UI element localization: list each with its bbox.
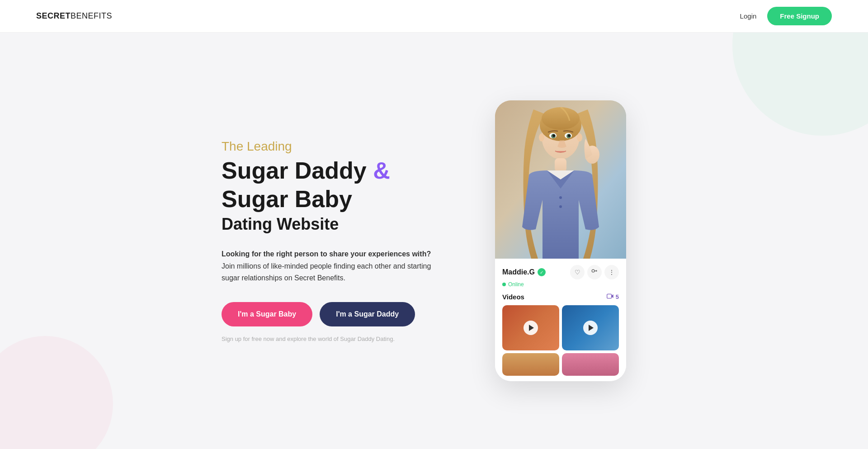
svg-point-3 <box>542 107 580 130</box>
description-normal: Join millions of like-minded people find… <box>222 262 431 282</box>
header: SECRETBENEFITS Login Free Signup <box>0 0 868 33</box>
video-thumb-1[interactable] <box>502 305 559 350</box>
play-triangle-2 <box>589 325 594 331</box>
login-button[interactable]: Login <box>740 12 757 20</box>
headline-line1: Sugar Daddy & <box>222 157 439 184</box>
svg-point-10 <box>552 134 555 137</box>
online-dot <box>502 283 506 286</box>
play-button-2[interactable] <box>583 321 598 335</box>
videos-number: 5 <box>616 293 619 300</box>
phone-mockup: Maddie.G ✓ ♡ ⋮ <box>495 100 626 381</box>
play-button-1[interactable] <box>524 321 538 335</box>
thumb-partial-2[interactable] <box>562 353 619 376</box>
profile-card: Maddie.G ✓ ♡ ⋮ <box>495 259 626 288</box>
tagline: The Leading <box>222 139 439 154</box>
profile-name: Maddie.G <box>502 268 535 276</box>
svg-point-5 <box>539 133 544 142</box>
description: Looking for the right person to share yo… <box>222 248 439 284</box>
videos-header: Videos 5 <box>502 293 619 301</box>
signup-note: Sign up for free now and explore the wor… <box>222 336 439 342</box>
videos-label: Videos <box>502 293 524 301</box>
left-section: The Leading Sugar Daddy & Sugar Baby Dat… <box>222 139 439 343</box>
profile-name-area: Maddie.G ✓ <box>502 268 546 276</box>
header-actions: Login Free Signup <box>740 7 832 25</box>
logo-bold: SECRET <box>36 11 71 20</box>
signup-button[interactable]: Free Signup <box>767 7 832 25</box>
svg-point-16 <box>592 269 594 272</box>
key-button[interactable] <box>587 265 602 279</box>
main-content: The Leading Sugar Daddy & Sugar Baby Dat… <box>0 33 868 449</box>
headline-ampersand: & <box>373 157 390 184</box>
svg-point-4 <box>577 133 582 142</box>
headline-line2: Sugar Baby <box>222 186 439 213</box>
more-button[interactable]: ⋮ <box>604 265 619 279</box>
video-icon <box>607 293 614 300</box>
svg-rect-12 <box>555 158 566 172</box>
profile-header: Maddie.G ✓ ♡ ⋮ <box>502 265 619 279</box>
sugar-daddy-button[interactable]: I'm a Sugar Daddy <box>320 302 415 326</box>
online-status: Online <box>502 281 619 288</box>
cta-buttons: I'm a Sugar Baby I'm a Sugar Daddy <box>222 302 439 326</box>
svg-rect-17 <box>607 294 611 298</box>
videos-count: 5 <box>607 293 619 300</box>
right-section: Maddie.G ✓ ♡ ⋮ <box>475 100 646 381</box>
videos-section: Videos 5 <box>495 293 626 381</box>
thumb-partial-1[interactable] <box>502 353 559 376</box>
headline-sugar-daddy-text: Sugar Daddy <box>222 157 367 184</box>
subheadline: Dating Website <box>222 215 439 234</box>
logo: SECRETBENEFITS <box>36 11 112 21</box>
svg-point-13 <box>559 196 562 199</box>
heart-button[interactable]: ♡ <box>570 265 585 279</box>
svg-point-14 <box>559 205 562 208</box>
svg-point-11 <box>568 134 571 137</box>
sugar-baby-button[interactable]: I'm a Sugar Baby <box>222 302 312 326</box>
online-text: Online <box>508 281 524 288</box>
description-bold: Looking for the right person to share yo… <box>222 250 431 258</box>
play-triangle-1 <box>529 325 534 331</box>
video-thumb-2[interactable] <box>562 305 619 350</box>
video-camera-icon <box>607 293 614 299</box>
profile-photo-svg <box>495 100 626 259</box>
logo-light: BENEFITS <box>71 11 112 20</box>
bottom-thumbs <box>502 353 619 376</box>
video-grid <box>502 305 619 350</box>
verified-icon: ✓ <box>538 268 546 276</box>
profile-actions: ♡ ⋮ <box>570 265 619 279</box>
profile-photo <box>495 100 626 259</box>
key-icon <box>591 269 598 275</box>
